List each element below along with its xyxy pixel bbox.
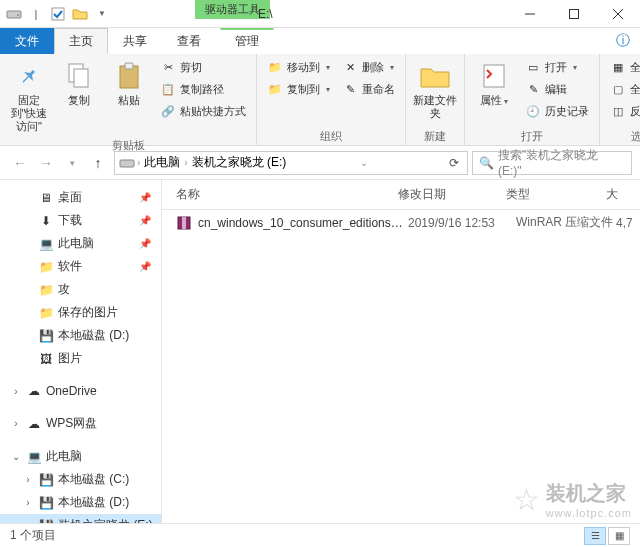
pictures-icon: 🖼 (38, 351, 54, 367)
tree-local-c[interactable]: ›💾本地磁盘 (C:) (0, 468, 161, 491)
group-select-label: 选择 (606, 127, 640, 144)
select-none-icon: ▢ (610, 81, 626, 97)
drive-icon: 💾 (38, 495, 54, 511)
select-all-button[interactable]: ▦全部选择 (606, 57, 640, 77)
copy-button[interactable]: 复制 (56, 57, 102, 110)
properties-icon (478, 60, 510, 92)
tab-file[interactable]: 文件 (0, 28, 54, 54)
drive-crumb-icon (119, 157, 135, 169)
pin-icon (13, 60, 45, 92)
view-details-button[interactable]: ☰ (584, 527, 606, 545)
window-title: E:\ (258, 7, 273, 21)
paste-button[interactable]: 粘贴 (106, 57, 152, 110)
folder-qat-icon[interactable] (72, 6, 88, 22)
downloads-icon: ⬇ (38, 213, 54, 229)
invert-selection-button[interactable]: ◫反向选择 (606, 101, 640, 121)
paste-icon (113, 60, 145, 92)
group-new-label: 新建 (412, 127, 458, 144)
svg-rect-10 (125, 63, 133, 69)
nav-back-button[interactable]: ← (8, 151, 32, 175)
copyto-icon: 📁 (267, 81, 283, 97)
tree-this-pc-root[interactable]: ⌄💻此电脑 (0, 445, 161, 468)
drive-icon: 💾 (38, 518, 54, 524)
move-to-button[interactable]: 📁移动到▾ (263, 57, 334, 77)
pc-icon: 💻 (26, 449, 42, 465)
tree-software[interactable]: 📁软件📌 (0, 255, 161, 278)
open-icon: ▭ (525, 59, 541, 75)
status-item-count: 1 个项目 (10, 527, 56, 544)
qat-dropdown-icon[interactable]: ▼ (94, 6, 110, 22)
history-button[interactable]: 🕘历史记录 (521, 101, 593, 121)
tab-manage[interactable]: 管理 (220, 28, 274, 54)
select-none-button[interactable]: ▢全部取消 (606, 79, 640, 99)
crumb-this-pc[interactable]: 此电脑 (142, 154, 182, 171)
col-size[interactable]: 大 (606, 186, 640, 203)
group-open-label: 打开 (471, 127, 593, 144)
tree-downloads[interactable]: ⬇下载📌 (0, 209, 161, 232)
navigation-tree[interactable]: 🖥桌面📌 ⬇下载📌 💻此电脑📌 📁软件📌 📁攻 📁保存的图片 💾本地磁盘 (D:… (0, 180, 162, 523)
copy-icon (63, 60, 95, 92)
search-input[interactable]: 🔍 搜索"装机之家晓龙 (E:)" (472, 151, 632, 175)
nav-recent-button[interactable]: ▾ (60, 151, 84, 175)
view-icons-button[interactable]: ▦ (608, 527, 630, 545)
checkbox-icon[interactable] (50, 6, 66, 22)
tree-local-d2[interactable]: ›💾本地磁盘 (D:) (0, 491, 161, 514)
refresh-button[interactable]: ⟳ (445, 156, 463, 170)
desktop-icon: 🖥 (38, 190, 54, 206)
properties-button[interactable]: 属性▾ (471, 57, 517, 111)
tree-local-d[interactable]: 💾本地磁盘 (D:) (0, 324, 161, 347)
minimize-button[interactable] (508, 0, 552, 28)
close-button[interactable] (596, 0, 640, 28)
pin-icon: 📌 (139, 192, 157, 203)
rename-button[interactable]: ✎重命名 (338, 79, 399, 99)
tree-onedrive[interactable]: ›☁OneDrive (0, 380, 161, 402)
tree-gong[interactable]: 📁攻 (0, 278, 161, 301)
edit-button[interactable]: ✎编辑 (521, 79, 593, 99)
file-list[interactable]: cn_windows_10_consumer_editions_v... 201… (162, 210, 640, 523)
tree-pictures[interactable]: 🖼图片 (0, 347, 161, 370)
tree-this-pc-qa[interactable]: 💻此电脑📌 (0, 232, 161, 255)
tree-desktop[interactable]: 🖥桌面📌 (0, 186, 161, 209)
ribbon-help-button[interactable]: ⓘ (606, 28, 640, 54)
copy-path-button[interactable]: 📋复制路径 (156, 79, 250, 99)
paste-shortcut-button[interactable]: 🔗粘贴快捷方式 (156, 101, 250, 121)
tab-share[interactable]: 共享 (108, 28, 162, 54)
nav-up-button[interactable]: ↑ (86, 151, 110, 175)
tree-wps[interactable]: ›☁WPS网盘 (0, 412, 161, 435)
group-organize-label: 组织 (263, 127, 399, 144)
col-date[interactable]: 修改日期 (398, 186, 506, 203)
tab-home[interactable]: 主页 (54, 28, 108, 54)
col-name[interactable]: 名称 (162, 186, 398, 203)
path-icon: 📋 (160, 81, 176, 97)
crumb-current[interactable]: 装机之家晓龙 (E:) (190, 154, 289, 171)
svg-rect-4 (570, 9, 579, 18)
svg-rect-8 (74, 69, 88, 87)
open-button[interactable]: ▭打开▾ (521, 57, 593, 77)
cut-button[interactable]: ✂剪切 (156, 57, 250, 77)
new-folder-button[interactable]: 新建文件夹 (412, 57, 458, 123)
delete-icon: ✕ (342, 59, 358, 75)
list-item[interactable]: cn_windows_10_consumer_editions_v... 201… (162, 210, 640, 235)
maximize-button[interactable] (552, 0, 596, 28)
pin-quick-access-button[interactable]: 固定到"快速访问" (6, 57, 52, 136)
column-headers[interactable]: 名称 修改日期 类型 大 (162, 180, 640, 210)
nav-forward-button[interactable]: → (34, 151, 58, 175)
scissors-icon: ✂ (160, 59, 176, 75)
crumb-dropdown[interactable]: ⌄ (358, 157, 370, 168)
col-type[interactable]: 类型 (506, 186, 606, 203)
invert-icon: ◫ (610, 103, 626, 119)
svg-rect-12 (120, 160, 134, 167)
tab-view[interactable]: 查看 (162, 28, 216, 54)
history-icon: 🕘 (525, 103, 541, 119)
svg-rect-14 (182, 217, 186, 229)
select-all-icon: ▦ (610, 59, 626, 75)
svg-rect-0 (7, 11, 21, 18)
address-bar[interactable]: › 此电脑 › 装机之家晓龙 (E:) ⌄ ⟳ (114, 151, 468, 175)
wps-icon: ☁ (26, 416, 42, 432)
delete-button[interactable]: ✕删除▾ (338, 57, 399, 77)
tree-drive-e[interactable]: ›💾装机之家晓龙 (E:) (0, 514, 161, 523)
folder-icon: 📁 (38, 259, 54, 275)
tree-saved-pics[interactable]: 📁保存的图片 (0, 301, 161, 324)
drive-icon: 💾 (38, 328, 54, 344)
copy-to-button[interactable]: 📁复制到▾ (263, 79, 334, 99)
